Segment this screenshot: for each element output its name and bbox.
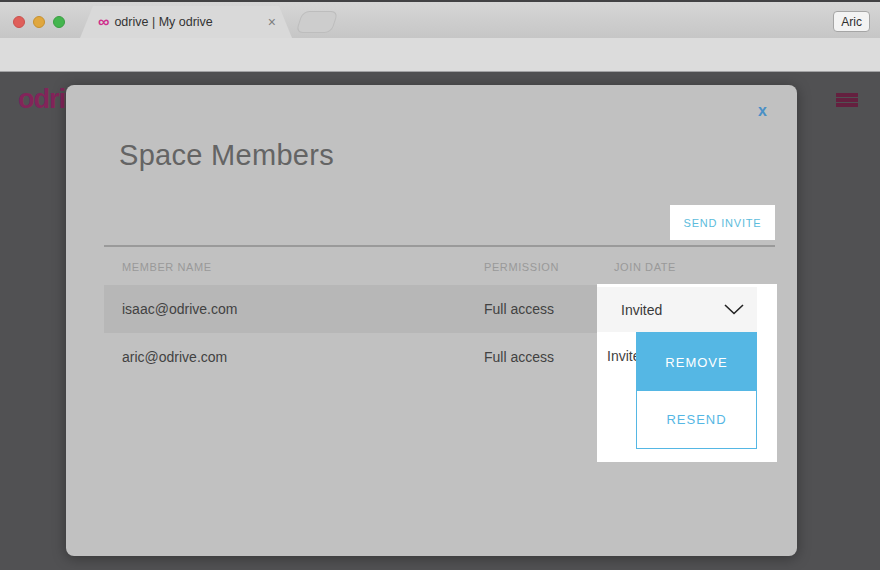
minimize-window-button[interactable] [33,16,45,28]
close-window-button[interactable] [13,16,25,28]
zoom-window-button[interactable] [53,16,65,28]
titlebar: ∞ odrive | My odrive × Aric [0,0,880,38]
site-hamburger-icon[interactable] [836,93,858,108]
permission-cell: Full access [484,285,554,333]
resend-option[interactable]: RESEND [637,391,756,448]
send-invite-button[interactable]: SEND INVITE [670,205,775,240]
remove-option[interactable]: REMOVE [637,333,756,391]
modal-title: Space Members [119,139,334,172]
table-separator [104,245,775,247]
odrive-favicon-icon: ∞ [98,14,109,30]
modal-close-button[interactable]: x [758,102,767,120]
member-name-cell: aric@odrive.com [122,333,227,381]
window-controls [13,16,65,28]
browser-toolbar: https://www.odrive.com/account/myodrive?… [0,38,880,72]
member-name-cell: isaac@odrive.com [122,285,237,333]
browser-window: ∞ odrive | My odrive × Aric htt [0,0,880,570]
permission-cell: Full access [484,333,554,381]
profile-button[interactable]: Aric [833,11,870,32]
selected-value: Invited [621,302,662,318]
tab-title: odrive | My odrive [114,15,267,29]
column-header-member-name: MEMBER NAME [122,261,212,273]
column-header-permission: PERMISSION [484,261,559,273]
tab-close-icon[interactable]: × [268,15,276,29]
chevron-down-icon [724,304,744,315]
column-header-join-date: JOIN DATE [614,261,676,273]
new-tab-button[interactable] [295,11,338,33]
page-content: odrive x Space Members SEND INVITE MEMBE… [0,72,880,570]
browser-tab[interactable]: ∞ odrive | My odrive × [80,6,292,38]
join-date-dropdown-menu: REMOVE RESEND [636,332,757,449]
join-date-select[interactable]: Invited [597,287,757,332]
